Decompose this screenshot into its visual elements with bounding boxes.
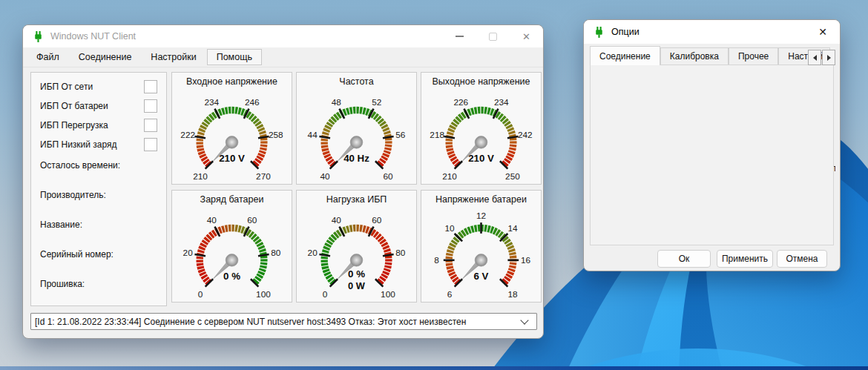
tab-scroll-left-button[interactable] — [808, 50, 821, 65]
gauge-frequency-dial: 40444852566040 Hz — [297, 87, 416, 182]
ups-online-checkbox[interactable] — [144, 80, 157, 93]
tab-calibration[interactable]: Калибровка — [660, 47, 729, 65]
svg-text:100: 100 — [381, 289, 395, 300]
svg-text:40: 40 — [320, 171, 330, 182]
ups-low-battery-label: ИБП Низкий заряд — [40, 139, 117, 150]
svg-text:210: 210 — [442, 171, 457, 182]
svg-text:0: 0 — [198, 289, 203, 300]
tab-page-connection — [590, 65, 834, 245]
minimize-icon — [456, 36, 464, 36]
dialog-titlebar: Опции ✕ — [584, 20, 840, 44]
apply-button[interactable]: Применить — [717, 250, 773, 268]
serial-number-label: Серийный номер: — [40, 249, 114, 260]
ok-button[interactable]: Ок — [657, 250, 711, 268]
tab-scroll-arrows — [807, 50, 835, 65]
ups-overload-label: ИБП Перегрузка — [40, 120, 108, 131]
ups-online-label: ИБП От сети — [40, 82, 93, 92]
svg-text:226: 226 — [453, 97, 468, 108]
menu-item-help[interactable]: Помощь — [207, 49, 262, 65]
svg-text:222: 222 — [180, 130, 195, 140]
svg-text:60: 60 — [383, 171, 393, 182]
svg-text:60: 60 — [372, 215, 382, 225]
svg-text:250: 250 — [505, 171, 520, 182]
status-row-ups-overload: ИБП Перегрузка — [31, 119, 166, 133]
svg-text:16: 16 — [521, 255, 531, 265]
svg-text:0 %: 0 % — [348, 268, 365, 280]
svg-text:210 V: 210 V — [468, 153, 494, 164]
gauge-frequency: Частота40444852566040 Hz — [296, 72, 417, 185]
close-button[interactable]: ✕ — [510, 25, 543, 47]
svg-text:52: 52 — [372, 97, 381, 108]
cancel-button[interactable]: Отмена — [777, 250, 827, 268]
status-row-ups-on-battery: ИБП От батареи — [31, 99, 166, 114]
ups-low-battery-checkbox[interactable] — [144, 138, 157, 151]
gauge-input-voltage: Входное напряжение210222234246258270210 … — [171, 72, 292, 185]
gauge-ups-load: Нагрузка ИБП0204060801000 %0 W — [296, 190, 417, 303]
minimize-button[interactable] — [443, 25, 476, 47]
tab-other[interactable]: Прочее — [729, 47, 778, 65]
close-icon: ✕ — [818, 26, 827, 38]
taskbar-edge — [0, 366, 868, 370]
gauge-frequency-title: Частота — [297, 76, 416, 87]
svg-text:40 Hz: 40 Hz — [343, 153, 369, 164]
maximize-button[interactable] — [476, 25, 510, 47]
menu-item-connection[interactable]: Соединение — [70, 50, 141, 65]
gauge-output-voltage: Выходное напряжение210218226234242250210… — [421, 72, 542, 185]
status-row-ups-low-battery: ИБП Низкий заряд — [31, 138, 166, 153]
svg-text:246: 246 — [245, 97, 260, 108]
svg-text:44: 44 — [308, 130, 318, 140]
svg-text:100: 100 — [256, 289, 271, 300]
svg-text:6 V: 6 V — [474, 271, 489, 282]
svg-text:258: 258 — [269, 130, 283, 140]
tab-scroll-right-button[interactable] — [822, 50, 835, 65]
main-window-title: Windows NUT Client — [50, 31, 136, 42]
svg-text:6: 6 — [447, 289, 453, 300]
svg-text:242: 242 — [518, 130, 533, 140]
svg-text:20: 20 — [183, 248, 194, 258]
svg-text:0 W: 0 W — [348, 280, 366, 291]
chevron-down-icon — [520, 316, 528, 324]
svg-text:210: 210 — [193, 171, 208, 182]
status-log-combobox[interactable]: [Id 1: 21.08.2022 23:33:44] Соединение с… — [30, 313, 537, 330]
dialog-close-button[interactable]: ✕ — [806, 20, 840, 44]
svg-text:234: 234 — [494, 97, 509, 108]
svg-text:18: 18 — [507, 289, 518, 300]
svg-text:56: 56 — [395, 130, 406, 140]
svg-text:60: 60 — [247, 215, 257, 225]
menu-item-file[interactable]: Файл — [27, 50, 68, 65]
gauge-battery-voltage-dial: 6810121416186 V — [421, 205, 541, 300]
svg-text:80: 80 — [271, 248, 281, 258]
gauge-input-voltage-title: Входное напряжение — [172, 76, 292, 87]
model-name-label: Название: — [40, 219, 82, 230]
tabstrip: СоединениеКалибровкаПрочееНастройка откл… — [590, 47, 830, 65]
gauge-battery-charge: Заряд батареи0204060801000 % — [171, 190, 292, 303]
gauge-input-voltage-dial: 210222234246258270210 V — [172, 87, 292, 182]
gauge-battery-voltage: Напряжение батареи6810121416186 V — [421, 190, 542, 303]
menu-item-settings[interactable]: Настройки — [142, 50, 205, 65]
arrow-right-icon — [827, 55, 831, 61]
gauge-battery-charge-dial: 0204060801000 % — [172, 205, 292, 300]
svg-text:40: 40 — [332, 215, 342, 225]
ups-status-panel: ИБП От сетиИБП От батареиИБП ПерегрузкаИ… — [30, 72, 167, 306]
gauge-output-voltage-title: Выходное напряжение — [421, 76, 541, 87]
status-row-ups-online: ИБП От сети — [31, 80, 166, 95]
svg-text:12: 12 — [476, 211, 486, 221]
ups-on-battery-label: ИБП От батареи — [40, 101, 108, 111]
dialog-title: Опции — [611, 27, 640, 37]
svg-text:0: 0 — [323, 289, 328, 300]
svg-text:218: 218 — [430, 130, 444, 140]
maximize-icon — [489, 33, 497, 41]
gauge-battery-charge-title: Заряд батареи — [172, 194, 292, 205]
ups-on-battery-checkbox[interactable] — [144, 99, 157, 113]
nut-plug-icon — [593, 26, 605, 39]
close-icon: ✕ — [522, 32, 530, 42]
time-remaining-label: Осталось времени: — [40, 160, 120, 171]
svg-text:80: 80 — [395, 248, 406, 258]
svg-text:10: 10 — [444, 223, 455, 234]
ups-overload-checkbox[interactable] — [144, 119, 157, 132]
main-window: Windows NUT Client ✕ ФайлСоединениеНастр… — [22, 24, 544, 339]
svg-text:48: 48 — [332, 97, 342, 108]
svg-text:14: 14 — [507, 223, 518, 234]
tab-connection[interactable]: Соединение — [590, 46, 660, 65]
main-titlebar: Windows NUT Client ✕ — [23, 25, 543, 47]
